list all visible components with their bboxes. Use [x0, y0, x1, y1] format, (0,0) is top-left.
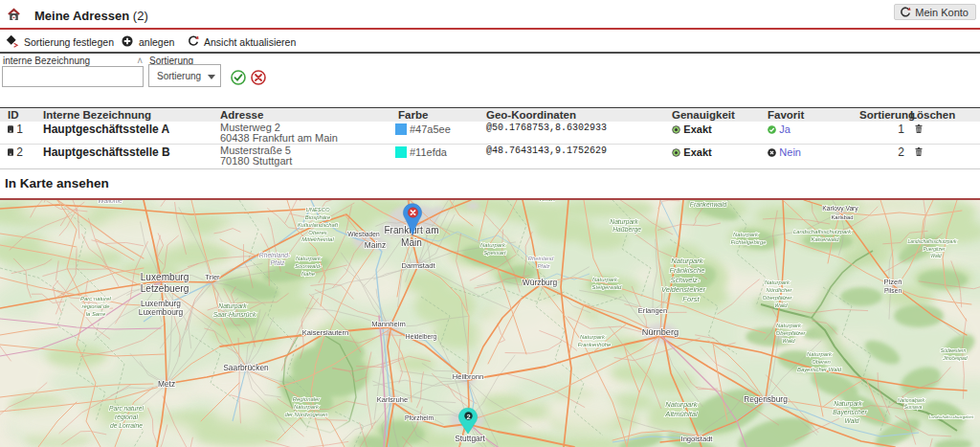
svg-text:Veldensteiner: Veldensteiner — [661, 285, 706, 294]
svg-text:Mittelrheintal: Mittelrheintal — [301, 236, 334, 242]
svg-text:Wald: Wald — [774, 302, 788, 308]
svg-text:Karlsbad: Karlsbad — [831, 214, 853, 220]
svg-text:Soonwald-: Soonwald- — [295, 263, 322, 269]
svg-text:Lëtzebuerg: Lëtzebuerg — [141, 283, 189, 294]
svg-text:régional: régional — [115, 413, 138, 421]
svg-text:Wallonie: Wallonie — [98, 200, 122, 204]
svg-text:Naturpark: Naturpark — [296, 256, 322, 261]
svg-text:Naturpark: Naturpark — [592, 277, 618, 282]
svg-text:Pfalz: Pfalz — [271, 259, 286, 266]
svg-text:Karlovy Vary: Karlovy Vary — [822, 205, 858, 212]
svg-text:Parc naturel: Parc naturel — [80, 296, 111, 302]
svg-text:Main: Main — [401, 237, 422, 248]
svg-text:Oberes: Oberes — [308, 230, 326, 235]
svg-text:Oberpfälzer: Oberpfälzer — [776, 330, 807, 336]
svg-text:Naturpark: Naturpark — [671, 257, 704, 265]
svg-text:Naturpark: Naturpark — [480, 242, 506, 248]
svg-text:Naturpark: Naturpark — [580, 334, 606, 340]
svg-text:UNESCO: UNESCO — [305, 207, 330, 212]
svg-text:Pfalz: Pfalz — [537, 263, 549, 269]
svg-text:Oberen: Oberen — [812, 359, 831, 365]
svg-text:Saarbrücken: Saarbrücken — [223, 363, 269, 372]
svg-text:Luxemburg: Luxemburg — [141, 272, 189, 282]
svg-text:Fränkische: Fränkische — [669, 266, 704, 275]
svg-text:Heilbronn: Heilbronn — [453, 372, 484, 381]
svg-text:Würzburg: Würzburg — [523, 278, 558, 287]
svg-text:Ingolstadt: Ingolstadt — [681, 435, 714, 443]
svg-text:Fichtelgebirge: Fichtelgebirge — [730, 239, 767, 245]
svg-text:der Nordvogesen: der Nordvogesen — [284, 412, 328, 417]
svg-text:Landschaftsschutzpark: Landschaftsschutzpark — [793, 229, 852, 235]
svg-text:Luxembourg: Luxembourg — [139, 307, 184, 317]
svg-text:Nürnberg: Nürnberg — [642, 327, 679, 337]
svg-text:Oberpfälzer: Oberpfälzer — [763, 295, 793, 301]
svg-text:la Sarre: la Sarre — [86, 311, 106, 317]
svg-text:Kaiserslautern: Kaiserslautern — [302, 328, 349, 337]
svg-text:Kulturlandschaft: Kulturlandschaft — [298, 222, 339, 228]
svg-text:Erlangen: Erlangen — [638, 306, 667, 315]
svg-text:Rheinland: Rheinland — [528, 256, 554, 261]
svg-text:Nahe: Nahe — [301, 271, 316, 277]
svg-text:Naturpark: Naturpark — [733, 232, 759, 237]
svg-text:Bayerischer Wald: Bayerischer Wald — [797, 367, 842, 372]
svg-text:Regionaler: Regionaler — [293, 396, 322, 402]
svg-text:Pforzheim: Pforzheim — [405, 414, 434, 421]
svg-text:Parc naturel: Parc naturel — [109, 405, 145, 412]
svg-text:de Lorraine: de Lorraine — [110, 422, 143, 429]
svg-text:2: 2 — [466, 413, 470, 421]
svg-text:Saar-Hunsrück: Saar-Hunsrück — [213, 311, 256, 318]
svg-text:Naturpark: Naturpark — [807, 351, 833, 357]
svg-text:Regensburg: Regensburg — [744, 394, 788, 404]
svg-text:Šumava: Šumava — [904, 404, 923, 410]
svg-text:Puergitzer: Puergitzer — [924, 246, 946, 252]
svg-text:Spessart: Spessart — [483, 250, 506, 256]
svg-text:Trier: Trier — [205, 273, 220, 281]
svg-text:Naturpark: Naturpark — [610, 218, 638, 226]
svg-text:Naturpark: Naturpark — [834, 400, 862, 408]
svg-text:Jihočespad: Jihočespad — [942, 355, 968, 361]
svg-text:Mannheim: Mannheim — [371, 320, 405, 328]
svg-text:Stuttgart: Stuttgart — [455, 434, 485, 443]
svg-text:Frankenhöhe: Frankenhöhe — [578, 342, 612, 347]
svg-text:Kaiserwald: Kaiserwald — [812, 236, 840, 242]
svg-text:Karlsruhe: Karlsruhe — [377, 395, 409, 404]
svg-text:Bayerischer: Bayerischer — [833, 409, 867, 416]
svg-text:Südwestern: Südwestern — [941, 347, 967, 353]
svg-text:Nationalpark: Nationalpark — [898, 397, 925, 403]
svg-text:Naturpark: Naturpark — [218, 302, 247, 310]
svg-text:Biosphäre: Biosphäre — [305, 214, 331, 220]
svg-text:Wiesbaden: Wiesbaden — [347, 231, 380, 237]
svg-text:Landschaftsschutzpark: Landschaftsschutzpark — [907, 238, 957, 244]
svg-text:Forst: Forst — [682, 295, 700, 303]
svg-text:Naturpark: Naturpark — [765, 279, 791, 285]
svg-text:Rhön: Rhön — [540, 200, 555, 202]
svg-text:Steigerwald: Steigerwald — [592, 284, 623, 290]
svg-text:Naturpark: Naturpark — [665, 400, 699, 409]
svg-text:Landschaftsschutzgebiet: Landschaftsschutzgebiet — [929, 414, 974, 419]
svg-text:Naturpark: Naturpark — [776, 323, 802, 328]
svg-text:Heidelberg: Heidelberg — [406, 333, 437, 341]
svg-text:Mainz: Mainz — [365, 240, 386, 250]
svg-text:Wald: Wald — [782, 338, 795, 344]
svg-text:régional de: régional de — [81, 303, 110, 309]
svg-text:Schweiz-: Schweiz- — [671, 276, 701, 284]
svg-text:Rheinland-: Rheinland- — [259, 252, 291, 258]
svg-text:Plzeň: Plzeň — [884, 278, 902, 286]
svg-text:Wald: Wald — [844, 417, 858, 424]
svg-text:Haßberge: Haßberge — [612, 226, 641, 234]
svg-text:Wald: Wald — [930, 253, 942, 258]
svg-text:Darmstadt: Darmstadt — [401, 261, 435, 270]
svg-text:Metz: Metz — [158, 379, 175, 389]
svg-text:Nördlicher: Nördlicher — [767, 287, 793, 293]
svg-text:Naturpark: Naturpark — [294, 404, 320, 410]
svg-text:Pilsen: Pilsen — [884, 287, 902, 294]
svg-text:Altmühltal: Altmühltal — [664, 410, 698, 418]
svg-text:Frankenwald: Frankenwald — [690, 201, 727, 208]
